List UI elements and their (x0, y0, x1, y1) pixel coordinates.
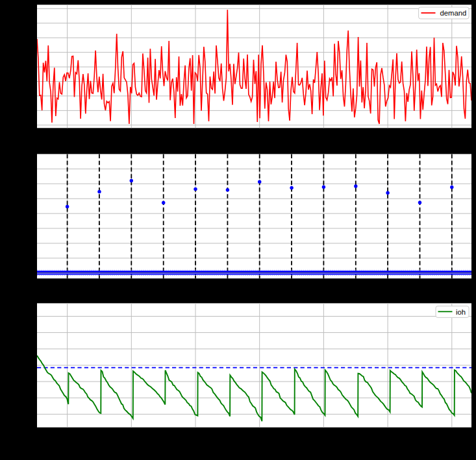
svg-text:ioh: ioh (456, 308, 466, 316)
svg-text:demand: demand (440, 9, 467, 17)
